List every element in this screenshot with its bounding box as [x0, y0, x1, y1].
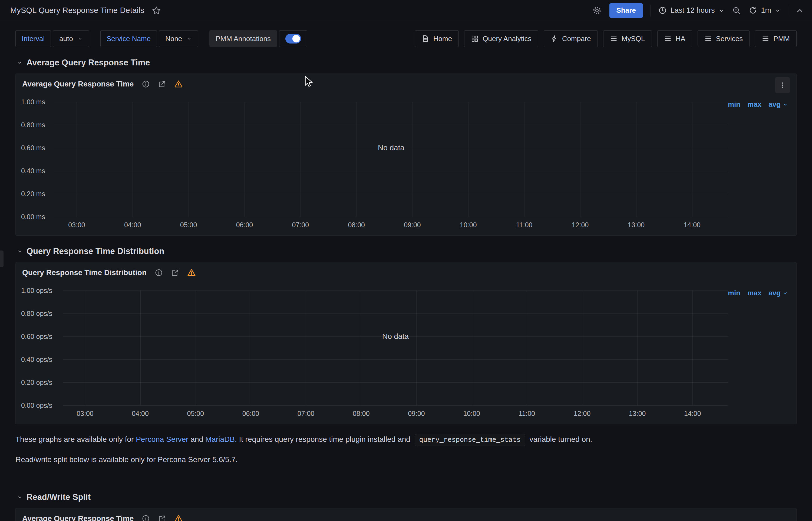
- nav-button-pmm[interactable]: PMM: [755, 30, 796, 47]
- nav-button-services[interactable]: Services: [698, 30, 750, 47]
- panel-title[interactable]: Average Query Response Time: [22, 80, 134, 88]
- section-header-average-query-response-time[interactable]: Average Query Response Time: [17, 58, 150, 68]
- y-tick-label: 0.40 ms: [21, 167, 45, 175]
- external-link-icon[interactable]: [171, 269, 179, 277]
- section-header-read-write-split[interactable]: Read/Write Split: [17, 492, 91, 502]
- service-name-variable-label: Service Name: [100, 30, 157, 47]
- gridline-horizontal: [63, 359, 728, 360]
- nav-button-label: Compare: [562, 35, 591, 43]
- gear-icon[interactable]: [592, 6, 602, 16]
- service-name-variable-select[interactable]: None: [159, 30, 198, 47]
- gridline-vertical: [412, 102, 412, 217]
- warning-icon[interactable]: [187, 268, 196, 277]
- x-tick-label: 04:00: [132, 410, 149, 417]
- chevron-down-icon: [775, 8, 781, 13]
- info-icon[interactable]: [155, 269, 163, 277]
- divider: [650, 5, 651, 17]
- service-name-variable-value: None: [165, 35, 182, 43]
- legend: minmaxavg: [728, 289, 796, 405]
- x-tick-label: 06:00: [242, 410, 259, 417]
- dashboard-toolbar: Interval auto Service Name None PMM Anno…: [16, 30, 796, 47]
- y-tick-label: 0.80 ms: [21, 121, 45, 129]
- x-tick-label: 06:00: [236, 221, 253, 229]
- external-link-icon[interactable]: [158, 80, 166, 88]
- nav-button-label: Query Analytics: [483, 35, 532, 43]
- warning-icon[interactable]: [174, 80, 183, 88]
- panel-query-response-time-distribution: Query Response Time Distribution 1.00 op…: [16, 262, 796, 424]
- collapse-nav-chevron-up-icon[interactable]: [796, 6, 804, 15]
- panel-title[interactable]: Average Query Response Time: [22, 514, 134, 521]
- gridline-vertical: [77, 102, 77, 217]
- nav-button-mysql[interactable]: MySQL: [603, 30, 652, 47]
- time-range-picker[interactable]: Last 12 hours: [658, 6, 725, 15]
- section-header-query-response-time-distribution[interactable]: Query Response Time Distribution: [17, 246, 164, 256]
- nav-button-ha[interactable]: HA: [657, 30, 692, 47]
- x-tick-label: 10:00: [460, 221, 477, 229]
- x-tick-label: 03:00: [77, 410, 93, 417]
- y-tick-label: 0.40 ops/s: [21, 356, 52, 363]
- zoom-out-icon[interactable]: [732, 6, 741, 15]
- mariadb-link[interactable]: MariaDB: [205, 435, 235, 444]
- gridline-horizontal: [63, 336, 728, 337]
- refresh-picker[interactable]: 1m: [749, 6, 781, 15]
- gridline-vertical: [361, 291, 361, 405]
- x-tick-label: 07:00: [292, 221, 309, 229]
- left-drawer-handle[interactable]: [0, 250, 3, 267]
- gridline-vertical: [472, 291, 472, 405]
- x-tick-label: 05:00: [187, 410, 204, 417]
- share-button[interactable]: Share: [610, 3, 643, 18]
- panel-read-write-average-query-response-time: Average Query Response Time: [16, 508, 796, 521]
- star-icon[interactable]: [152, 6, 161, 15]
- legend-item-avg[interactable]: avg: [768, 289, 788, 297]
- gridline-horizontal: [54, 148, 728, 148]
- y-tick-label: 0.20 ms: [21, 190, 45, 198]
- warning-icon[interactable]: [174, 514, 183, 521]
- menu-icon: [664, 35, 671, 42]
- dashboard-title[interactable]: MySQL Query Response Time Details: [10, 6, 144, 15]
- interval-variable-value: auto: [59, 35, 73, 43]
- panel-title[interactable]: Query Response Time Distribution: [22, 268, 147, 277]
- toggle-switch-on: [285, 34, 301, 44]
- nav-button-label: Services: [716, 35, 743, 43]
- plot-area[interactable]: No data 03:0004:0005:0006:0007:0008:0009…: [54, 102, 728, 217]
- y-tick-label: 0.80 ops/s: [21, 310, 52, 318]
- nav-button-label: MySQL: [622, 35, 645, 43]
- x-tick-label: 11:00: [518, 410, 535, 417]
- x-tick-label: 11:00: [516, 221, 533, 229]
- y-tick-label: 1.00 ms: [21, 98, 45, 106]
- panel-menu-kebab-icon[interactable]: [775, 77, 790, 93]
- gridline-vertical: [637, 291, 638, 405]
- gridline-horizontal: [54, 171, 728, 171]
- legend-item-max[interactable]: max: [747, 289, 762, 297]
- plot-area[interactable]: No data 03:0004:0005:0006:0007:0008:0009…: [63, 291, 728, 405]
- interval-variable-select[interactable]: auto: [53, 30, 89, 47]
- x-tick-label: 12:00: [572, 221, 589, 229]
- section-title: Query Response Time Distribution: [26, 246, 164, 256]
- x-tick-label: 14:00: [684, 410, 701, 417]
- gridline-horizontal: [54, 125, 728, 125]
- gridline-vertical: [251, 291, 251, 405]
- legend-item-max[interactable]: max: [747, 100, 762, 109]
- legend-item-min[interactable]: min: [728, 289, 740, 297]
- percona-server-link[interactable]: Percona Server: [136, 435, 189, 444]
- nav-button-compare[interactable]: Compare: [544, 30, 598, 47]
- gridline-horizontal: [63, 382, 728, 383]
- info-icon[interactable]: [142, 515, 150, 521]
- external-link-icon[interactable]: [158, 515, 166, 521]
- nav-button-home[interactable]: Home: [415, 30, 459, 47]
- nav-button-query-analytics[interactable]: Query Analytics: [464, 30, 538, 47]
- pmm-annotations-toggle[interactable]: [279, 30, 307, 47]
- info-icon[interactable]: [142, 80, 150, 88]
- legend-item-avg[interactable]: avg: [768, 100, 788, 109]
- gridline-vertical: [580, 102, 580, 217]
- dashboard-notes: These graphs are available only for Perc…: [16, 434, 796, 465]
- x-tick-label: 04:00: [124, 221, 141, 229]
- note-text: and: [189, 435, 205, 444]
- x-tick-label: 13:00: [628, 221, 645, 229]
- legend-item-min[interactable]: min: [728, 100, 740, 109]
- legend: minmaxavg: [728, 100, 796, 217]
- menu-icon: [610, 35, 618, 42]
- nav-button-label: Home: [433, 35, 452, 43]
- divider: [788, 5, 788, 17]
- x-tick-label: 03:00: [68, 221, 85, 229]
